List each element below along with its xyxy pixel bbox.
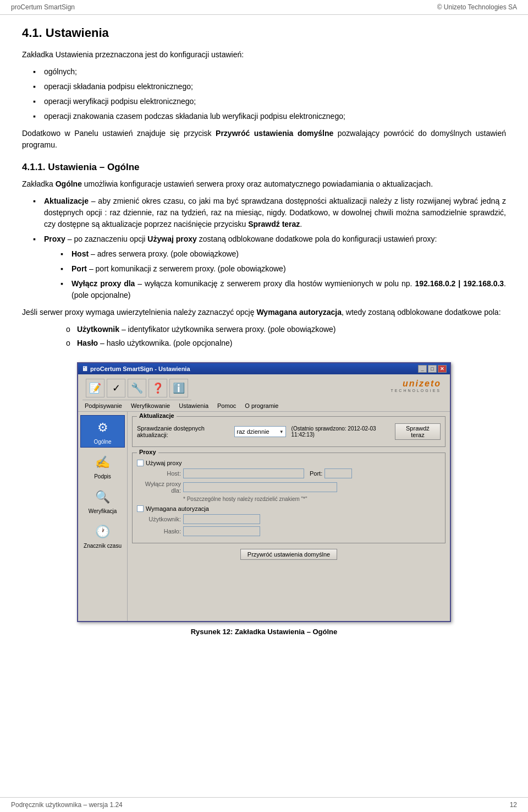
uzywaj-proxy-label: Używaj proxy	[146, 460, 182, 466]
gear-icon: ⚙	[93, 418, 113, 438]
title-icon: 🖥	[81, 365, 88, 373]
pass-row: Hasło:	[137, 526, 441, 536]
auth-paragraph: Jeśli serwer proxy wymaga uwierzytelnien…	[22, 307, 506, 318]
toolbar-settings-button[interactable]: 🔧	[128, 379, 146, 397]
sign-icon: 📝	[89, 382, 101, 394]
host-input[interactable]	[183, 468, 304, 478]
pass-input[interactable]	[183, 526, 260, 536]
page-title: 4.1. Ustawienia	[22, 26, 506, 40]
proxy-sub-list: Host – adres serwera proxy. (pole obowią…	[44, 248, 506, 301]
menu-ustawienia[interactable]: Ustawienia	[174, 401, 213, 410]
copyright: © Unizeto Technologies SA	[437, 3, 517, 11]
toolbar-sign-button[interactable]: 📝	[86, 379, 105, 397]
host-label: Host:	[137, 470, 181, 477]
page-header: proCertum SmartSign © Unizeto Technologi…	[0, 0, 528, 15]
maximize-button[interactable]: □	[428, 365, 437, 373]
sidebar-item-podpis[interactable]: ✍ Podpis	[80, 450, 125, 482]
minimize-button[interactable]: _	[418, 365, 427, 373]
toolbar-info-button[interactable]: ℹ️	[169, 379, 188, 397]
footer-right: 12	[510, 801, 517, 809]
footer-left: Podręcznik użytkownika – wersja 1.24	[11, 801, 123, 809]
menu-oprogramie[interactable]: O programie	[240, 401, 283, 410]
sub-intro: Zakładka Ogólne umożliwia konfiguracje u…	[22, 178, 506, 190]
user-label: Użytkownik:	[137, 516, 181, 522]
pass-label: Hasło:	[137, 528, 181, 535]
aktualizacje-group: Aktualizacje Sprawdzanie dostępnych aktu…	[132, 416, 446, 447]
proxy-wylacz-item: Wyłącz proxy dla – wyłącza komunikację z…	[61, 278, 506, 301]
clock-icon: 🕐	[93, 522, 113, 542]
user-input[interactable]	[183, 514, 260, 524]
subsection-title: 4.1.1. Ustawienia – Ogólne	[22, 162, 506, 173]
bottom-button-area: Przywróć ustawienia domyślne	[132, 549, 446, 560]
intro-bullet-list: ogólnych; operacji składania podpisu ele…	[22, 66, 506, 122]
list-item-proxy: Proxy – po zaznaczeniu opcji Używaj prox…	[33, 233, 506, 301]
proxy-note: * Poszczególne hosty należy rozdzielić z…	[183, 496, 441, 502]
sidebar-podpis-label: Podpis	[94, 473, 111, 479]
wymagana-auth-label: Wymagana autoryzacja	[146, 505, 209, 512]
wylacz-row: Wyłącz proxy dla:	[137, 481, 441, 494]
window-menubar: Podpisywanie Weryfikowanie Ustawienia Po…	[78, 400, 450, 412]
proxy-host-item: Host – adres serwera proxy. (pole obowią…	[61, 248, 506, 260]
paragraph1: Dodatkowo w Panelu ustawień znajduje się…	[22, 128, 506, 151]
sprawdzanie-label: Sprawdzanie dostępnych aktualizacji:	[137, 425, 230, 438]
proxy-group-title: Proxy	[137, 449, 158, 455]
details-bullet-list: Aktualizacje – aby zmienić okres czasu, …	[22, 195, 506, 301]
list-item: operacji weryfikacji podpisu elektronicz…	[33, 96, 506, 107]
unizeto-sub: TECHNOLOGIES	[391, 389, 441, 393]
uzywaj-proxy-row: Używaj proxy	[137, 460, 441, 466]
main-content: 4.1. Ustawienia Zakładka Ustawienia prze…	[0, 15, 528, 674]
sidebar-weryfikacja-label: Weryfikacja	[89, 508, 117, 514]
menu-pomoc[interactable]: Pomoc	[213, 401, 240, 410]
list-item: operacji znakowania czasem podczas skład…	[33, 111, 506, 122]
auth-user-item: Użytkownik – identyfikator użytkownika s…	[66, 324, 506, 335]
app-name: proCertum SmartSign	[11, 3, 75, 11]
unizeto-text: unizeto	[403, 379, 441, 389]
dropdown-arrow-icon: ▼	[279, 429, 284, 434]
aktualizacje-group-title: Aktualizacje	[137, 412, 177, 419]
sidebar: ⚙ Ogólne ✍ Podpis 🔍 Weryfikacja 🕐 Znaczn…	[78, 412, 128, 621]
unizeto-logo: unizeto TECHNOLOGIES	[386, 377, 446, 395]
port-input[interactable]	[324, 468, 352, 478]
sidebar-item-znacznik[interactable]: 🕐 Znacznik czasu	[80, 519, 125, 552]
window-title: 🖥 proCertum SmartSign - Ustawienia	[81, 365, 190, 373]
port-label: Port:	[310, 470, 322, 477]
sidebar-item-ogolne[interactable]: ⚙ Ogólne	[80, 415, 125, 448]
frequency-dropdown[interactable]: raz dziennie ▼	[234, 426, 285, 437]
window-top-area: 📝 ✓ 🔧 ❓ ℹ️ unizeto	[78, 374, 450, 400]
user-row: Użytkownik:	[137, 514, 441, 524]
menu-podpisywanie[interactable]: Podpisywanie	[80, 401, 127, 410]
proxy-port-item: Port – port komunikacji z serwerem proxy…	[61, 263, 506, 275]
uzywaj-proxy-checkbox[interactable]	[137, 460, 144, 466]
wymagana-auth-row: Wymagana autoryzacja	[137, 505, 441, 512]
close-button[interactable]: ✕	[438, 365, 447, 373]
list-item: ogólnych;	[33, 66, 506, 78]
toolbar-verify-button[interactable]: ✓	[107, 379, 125, 397]
sidebar-item-weryfikacja[interactable]: 🔍 Weryfikacja	[80, 484, 125, 517]
wylacz-input[interactable]	[183, 482, 337, 492]
window-toolbar: 📝 ✓ 🔧 ❓ ℹ️	[82, 377, 191, 400]
sprawdz-teraz-button[interactable]: Sprawdź teraz	[395, 423, 441, 440]
menu-weryfikowanie[interactable]: Weryfikowanie	[127, 401, 174, 410]
intro-paragraph: Zakładka Ustawienia przeznaczona jest do…	[22, 49, 506, 61]
screenshot-container: 🖥 proCertum SmartSign - Ustawienia _ □ ✕…	[22, 362, 506, 643]
info-icon: ℹ️	[173, 382, 185, 394]
verify-icon: ✓	[112, 382, 120, 394]
settings-panel: Aktualizacje Sprawdzanie dostępnych aktu…	[128, 412, 450, 621]
proxy-group: Proxy Używaj proxy Host: Port:	[132, 453, 446, 543]
help-icon: ❓	[152, 382, 164, 394]
sidebar-znacznik-label: Znacznik czasu	[84, 543, 122, 549]
sidebar-ogolne-label: Ogólne	[94, 439, 111, 445]
toolbar-help-button[interactable]: ❓	[148, 379, 167, 397]
aktualizacje-row: Sprawdzanie dostępnych aktualizacji: raz…	[137, 423, 441, 440]
host-row: Host: Port:	[137, 468, 441, 478]
figure-caption: Rysunek 12: Zakładka Ustawienia – Ogólne	[191, 626, 338, 637]
magnifier-icon: 🔍	[93, 487, 113, 507]
list-item: operacji składania podpisu elektroniczne…	[33, 81, 506, 92]
window-body: ⚙ Ogólne ✍ Podpis 🔍 Weryfikacja 🕐 Znaczn…	[78, 412, 450, 621]
auth-sub-list: Użytkownik – identyfikator użytkownika s…	[50, 324, 506, 349]
list-item-aktualizacje: Aktualizacje – aby zmienić okres czasu, …	[33, 195, 506, 230]
restore-defaults-button[interactable]: Przywróć ustawienia domyślne	[240, 549, 337, 560]
wymagana-auth-checkbox[interactable]	[137, 505, 144, 512]
settings-window: 🖥 proCertum SmartSign - Ustawienia _ □ ✕…	[77, 362, 451, 622]
window-controls: _ □ ✕	[418, 365, 447, 373]
